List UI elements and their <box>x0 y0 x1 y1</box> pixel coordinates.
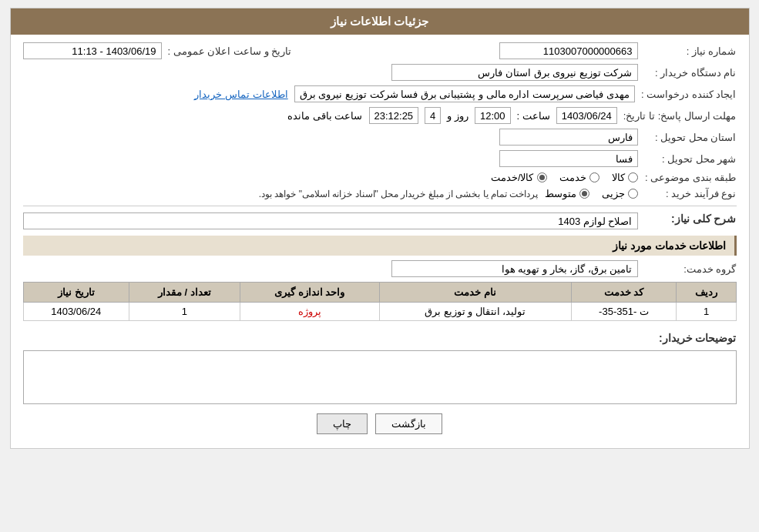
tozihat-textarea[interactable] <box>23 350 737 404</box>
mohlat-saat: 12:00 <box>475 107 511 124</box>
tabaqe-khedmat-label: خدمت <box>559 172 586 183</box>
noe-motavasset: متوسط <box>545 188 589 199</box>
shomare-niaz-row: شماره نیاز : 1103007000000663 تاریخ و سا… <box>23 42 737 59</box>
noe-farayand-label: نوع فرآیند خرید : <box>644 188 737 199</box>
page-header: جزئیات اطلاعات نیاز <box>11 8 749 35</box>
ijad-konande-value: مهدی فیاضی سرپرست اداره مالی و پشتیبانی … <box>294 85 635 102</box>
tabaqe-radio-group: کالا خدمت کالا/خدمت <box>491 172 638 183</box>
print-button[interactable]: چاپ <box>317 413 368 434</box>
taarikh-value: 1403/06/19 - 11:13 <box>23 42 162 59</box>
tabaqe-kala-khedmat-radio[interactable] <box>537 172 547 182</box>
shahr-value: فسا <box>499 150 638 167</box>
nam-dastgah-label: نام دستگاه خریدار : <box>644 67 737 79</box>
sharh-label: شرح کلی نیاز: <box>644 212 737 225</box>
cell-tarikh: 1403/06/24 <box>23 303 129 321</box>
ostan-row: استان محل تحویل : فارس <box>23 129 737 146</box>
cell-vahed: پروژه <box>240 303 379 321</box>
nam-dastgah-row: نام دستگاه خریدار : شرکت توزیع نیروی برق… <box>23 64 737 81</box>
page-title: جزئیات اطلاعات نیاز <box>331 15 428 28</box>
mohlat-rooz: 4 <box>425 107 441 124</box>
sharh-value: اصلاح لوازم 1403 <box>23 212 638 229</box>
col-tedad: تعداد / مقدار <box>129 283 240 303</box>
service-table: ردیف کد خدمت نام خدمت واحد اندازه گیری ت… <box>23 282 737 321</box>
shahr-row: شهر محل تحویل : فسا <box>23 150 737 167</box>
cell-kod: ت -351-35- <box>571 303 677 321</box>
noe-farayand-row: نوع فرآیند خرید : جزیی متوسط پرداخت تمام… <box>23 188 737 199</box>
grooh-label: گروه خدمت: <box>644 263 737 275</box>
noe-motavasset-label: متوسط <box>545 188 576 199</box>
noe-jozi-label: جزیی <box>602 188 625 199</box>
tabaqe-kala-radio[interactable] <box>628 172 638 182</box>
page-container: جزئیات اطلاعات نیاز شماره نیاز : 1103007… <box>10 8 750 449</box>
noe-farayand-notice: پرداخت تمام یا بخشی از مبلغ خریدار محل "… <box>259 189 539 199</box>
shahr-label: شهر محل تحویل : <box>644 153 737 165</box>
nam-dastgah-value: شرکت توزیع نیروی برق استان فارس <box>391 64 638 81</box>
mohlat-countdown: 23:12:25 <box>369 107 419 124</box>
divider-1 <box>23 206 737 206</box>
col-tarikh: تاریخ نیاز <box>23 283 129 303</box>
col-radif: ردیف <box>677 283 736 303</box>
table-row: 1ت -351-35-تولید، انتقال و توزیع برقپروژ… <box>23 303 736 321</box>
col-naam: نام خدمت <box>379 283 571 303</box>
tabaqe-kala: کالا <box>612 172 638 183</box>
noe-jozi-radio[interactable] <box>628 189 638 199</box>
col-kod: کد خدمت <box>571 283 677 303</box>
content-area: شماره نیاز : 1103007000000663 تاریخ و سا… <box>11 35 749 448</box>
shomare-niaz-value: 1103007000000663 <box>499 42 638 59</box>
tabaqe-label: طبقه بندی موضوعی : <box>644 172 737 183</box>
noe-jozi: جزیی <box>602 188 638 199</box>
tozihat-row: توضیحات خریدار: <box>23 329 737 404</box>
tozihat-label: توضیحات خریدار: <box>644 329 737 344</box>
ijad-konande-link[interactable]: اطلاعات تماس خریدار <box>194 89 287 100</box>
ijad-konande-row: ایجاد کننده درخواست : مهدی فیاضی سرپرست … <box>23 85 737 102</box>
back-button[interactable]: بازگشت <box>375 413 442 434</box>
sharh-row: شرح کلی نیاز: اصلاح لوازم 1403 <box>23 212 737 229</box>
shomare-niaz-label: شماره نیاز : <box>644 45 737 57</box>
mohlat-date: 1403/06/24 <box>556 107 617 124</box>
services-header: اطلاعات خدمات مورد نیاز <box>23 236 737 256</box>
tabaqe-khedmat-radio[interactable] <box>589 172 599 182</box>
grooh-value: تامین برق، گاز، بخار و تهویه هوا <box>391 260 638 277</box>
mohlat-row: مهلت ارسال پاسخ: تا تاریخ: 1403/06/24 سا… <box>23 107 737 124</box>
taarikh-label: تاریخ و ساعت اعلان عمومی : <box>168 45 292 57</box>
cell-radif: 1 <box>677 303 736 321</box>
tabaqe-kala-khedmat-label: کالا/خدمت <box>491 172 534 183</box>
ostan-label: استان محل تحویل : <box>644 132 737 143</box>
tabaqe-kala-label: کالا <box>612 172 625 183</box>
noe-farayand-radio-group: جزیی متوسط <box>545 188 638 199</box>
button-row: بازگشت چاپ <box>23 413 737 434</box>
grooh-row: گروه خدمت: تامین برق، گاز، بخار و تهویه … <box>23 260 737 277</box>
mohlat-baqi-label: ساعت باقی مانده <box>287 110 362 122</box>
tabaqe-kala-khedmat: کالا/خدمت <box>491 172 547 183</box>
cell-naam: تولید، انتقال و توزیع برق <box>379 303 571 321</box>
ijad-konande-label: ایجاد کننده درخواست : <box>641 89 736 100</box>
mohlat-saat-label: ساعت : <box>517 110 550 122</box>
tabaqe-row: طبقه بندی موضوعی : کالا خدمت کالا/خدمت <box>23 172 737 183</box>
ostan-value: فارس <box>499 129 638 146</box>
col-vahed: واحد اندازه گیری <box>240 283 379 303</box>
mohlat-label: مهلت ارسال پاسخ: تا تاریخ: <box>623 110 737 122</box>
tabaqe-khedmat: خدمت <box>559 172 599 183</box>
cell-tedad: 1 <box>129 303 240 321</box>
noe-motavasset-radio[interactable] <box>579 189 589 199</box>
mohlat-rooz-label: روز و <box>447 110 468 122</box>
